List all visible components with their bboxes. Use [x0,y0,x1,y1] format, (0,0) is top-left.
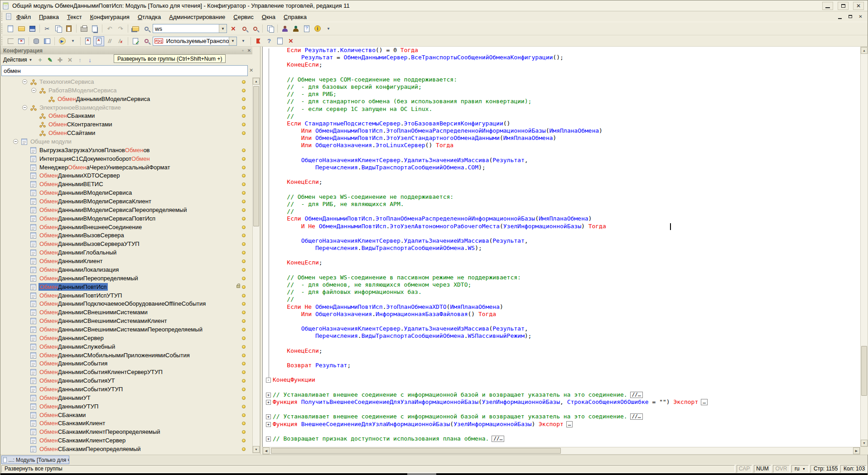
help-question-button[interactable]: ? [264,36,275,46]
help-search-button[interactable] [290,24,301,34]
copy-button[interactable] [53,24,63,34]
fold-collapse-icon[interactable]: - [266,378,271,383]
tree-item-ОбменДаннымиВМоделиСервисаПереопределяемый[interactable]: ОбменДаннымиВМоделиСервисаПереопределяем… [0,206,252,214]
menu-item-file[interactable]: Файл [12,13,35,21]
code-line-15[interactable] [263,149,860,157]
fold-expand-icon[interactable]: + [266,393,271,398]
code-line-3[interactable]: КонецЕсли; [263,61,860,68]
collapsed-block-marker[interactable]: //… [630,392,643,398]
menu-item-windows[interactable]: Окна [258,13,280,21]
code-line-10[interactable]: // [263,113,860,120]
code-line-27[interactable]: ОбщегоНазначенияКлиентСервер.УдалитьЗнач… [263,237,860,245]
code-line-4[interactable] [263,69,860,76]
code-line-2[interactable]: Результат = ОбменДаннымиСервер.ВсеТрансп… [263,54,860,61]
find-button[interactable] [141,24,152,34]
code-line-12[interactable]: Или ОбменДаннымиПовтИсп.ЭтоПланОбменаРас… [263,127,860,134]
code-line-53[interactable] [263,428,860,435]
tree-item-ОбменДаннымиВМоделиСервисаКлиент[interactable]: ОбменДаннымиВМоделиСервисаКлиент [0,197,252,206]
undo-button[interactable]: ↶ [104,24,115,34]
tree-item-ОбменСБанками[interactable]: ОбменСБанками [0,411,252,419]
title-bar[interactable]: Общий модуль ОбменДаннымиПовтИсп: Модуль… [0,0,868,11]
scroll-right-icon[interactable]: ▶ [853,447,860,454]
code-horizontal-scrollbar[interactable]: ◀ ▶ [262,447,860,455]
chevron-down-icon[interactable]: ▼ [219,24,227,33]
chevron-down-icon[interactable]: ▼ [229,37,236,45]
cut-button[interactable]: ✂ [42,24,53,34]
module-code-editor[interactable]: Если Результат.Количество() = 0 Тогда Ре… [262,47,860,447]
save-button[interactable] [27,24,38,34]
collapsed-block-marker[interactable]: //… [630,413,643,420]
tree-item-ИнтеграцияС1СДокументооборотОбмен[interactable]: ИнтеграцияС1СДокументооборотОбмен [0,154,252,163]
code-line-19[interactable]: КонецЕсли; [263,178,860,186]
tree-item-ОбменДаннымиСВнешнимиСистемами[interactable]: ОбменДаннымиСВнешнимиСистемами [0,308,252,317]
new-document-button[interactable] [5,24,16,34]
close-button[interactable]: ✕ [853,2,864,10]
redo-button[interactable]: ↷ [115,24,126,34]
menu-item-service[interactable]: Сервис [229,13,258,21]
code-line-39[interactable]: ОбщегоНазначенияКлиентСервер.УдалитьЗнач… [263,325,860,332]
collapse-icon[interactable] [22,105,27,110]
tree-item-ОбменДаннымиВнешнееСоединение[interactable]: ОбменДаннымиВнешнееСоединение [0,223,252,231]
tree-item-ОбменДаннымиГлобальный[interactable]: ОбменДаннымиГлобальный [0,248,252,257]
menu-item-configuration[interactable]: Конфигурация [86,13,134,21]
tree-item-ОбменДаннымиВМоделиСервиса[interactable]: ОбменДаннымиВМоделиСервиса [0,188,252,197]
code-line-23[interactable]: // [263,208,860,215]
config-tree-button[interactable] [5,36,16,46]
tree-item-ОбменДаннымиСМобильнымиПриложениямиСобытия[interactable]: ОбменДаннымиСМобильнымиПриложениямиСобыт… [0,351,252,360]
child-close-button[interactable]: ✕ [856,13,865,20]
tree-item-ОбменДаннымиКлиент[interactable]: ОбменДаннымиКлиент [0,257,252,265]
code-line-20[interactable] [263,186,860,193]
tree-item-ОбменДаннымиСобытия[interactable]: ОбменДаннымиСобытия [0,359,252,368]
toolbar-grip[interactable] [1,24,4,34]
syntax-assistant-button[interactable] [280,24,290,34]
database-button[interactable] [31,36,42,46]
menu-item-debug[interactable]: Отладка [134,13,165,21]
code-line-31[interactable] [263,267,860,274]
tree-item-ОбменДаннымиВызовСервера[interactable]: ОбменДаннымиВызовСервера [0,231,252,240]
template-b-button[interactable]: А [93,36,104,46]
procedure-combo-value[interactable]: ИспользуемыеТранспортыСооб [164,38,229,44]
move-down-button[interactable]: ↓ [85,56,95,64]
code-vertical-scrollbar[interactable]: ▲ ▼ [860,47,868,447]
collapsed-block-marker[interactable]: … [701,399,708,405]
actions-menu-button[interactable]: Действия ▼ [0,56,35,64]
tree-scrollbar[interactable]: ▲ ▼ [252,77,260,453]
collapsed-block-marker[interactable]: … [566,421,573,427]
tree-item-РаботаВМоделиСервиса[interactable]: РаботаВМоделиСервиса [0,86,252,95]
copy-window-button[interactable] [265,24,275,34]
code-line-50[interactable] [263,406,860,413]
close-window-button[interactable]: ✕ [16,36,27,46]
add-button[interactable]: ＋ [35,56,45,64]
run-debug-button[interactable]: ▶ [57,36,68,46]
code-line-49[interactable]: +Функция ПолучитьВнешнееСоединениеДляУзл… [263,398,860,406]
tree-item-ОбменДаннымиВЕТИС[interactable]: ОбменДаннымиВЕТИС [0,180,252,188]
move-up-button[interactable]: ↑ [75,56,85,64]
fold-expand-icon[interactable]: + [266,422,271,427]
code-line-24[interactable]: Если ОбменДаннымиПовтИсп.ЭтоПланОбменаРа… [263,215,860,222]
check-module-button[interactable] [130,36,141,46]
code-line-5[interactable]: // Обмен через COM-соединение не поддерж… [263,76,860,83]
code-line-30[interactable]: КонецЕсли; [263,259,860,266]
tree-item-ОбменДаннымиЛокализация[interactable]: ОбменДаннымиЛокализация [0,265,252,274]
uncomment-block-button[interactable]: /x [115,36,126,46]
tree-item-ОбменДаннымиПодключаемоеОборудованиеOfflineСобытия[interactable]: ОбменДаннымиПодключаемоеОборудованиеOffl… [0,299,252,308]
run-dropdown-button[interactable]: ▼ [68,36,78,46]
tree-item-ОбменДаннымиУТ[interactable]: ОбменДаннымиУТ [0,393,252,402]
tree-item-ОбменСКонтрагентами[interactable]: ОбменСКонтрагентами [0,120,252,129]
scroll-down-icon[interactable]: ▼ [861,440,868,446]
code-line-7[interactable]: // - для РИБ; [263,91,860,98]
code-line-28[interactable]: Перечисления.ВидыТранспортаСообщенийОбме… [263,245,860,252]
tree-item-ОбменСБанкамиПереопределяемый[interactable]: ОбменСБанкамиПереопределяемый [0,445,252,453]
search-input[interactable]: ws [153,25,219,32]
tree-item-ОбменДаннымиСобытияКлиентСерверУТУП[interactable]: ОбменДаннымиСобытияКлиентСерверУТУП [0,368,252,376]
code-line-36[interactable]: Если Не ОбменДаннымиПовтИсп.ЭтоПланОбмен… [263,303,860,311]
comment-block-button[interactable]: // [104,36,115,46]
tree-item-ОбменДаннымиXDTOСервер[interactable]: ОбменДаннымиXDTOСервер [0,171,252,180]
search-combo[interactable]: ws ▼ [153,24,227,33]
code-line-21[interactable]: // Обмен через WS-соединение не поддержи… [263,193,860,201]
tree-item-ОбменСБанкамиКлиентПереопределяемый[interactable]: ОбменСБанкамиКлиентПереопределяемый [0,427,252,436]
code-line-6[interactable]: // - для базовых версий конфигураций; [263,83,860,91]
code-line-32[interactable]: // Обмен через WS-соединение в пассивном… [263,274,860,281]
minimize-button[interactable] [822,2,833,10]
clone-button[interactable]: ✚ [55,56,65,64]
